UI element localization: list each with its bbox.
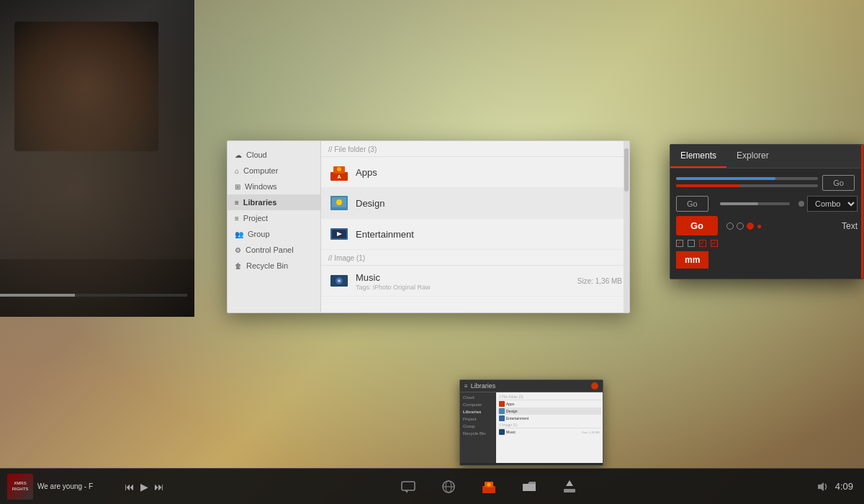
text-label: Text	[842, 221, 858, 231]
svg-marker-23	[818, 482, 824, 491]
tab-explorer[interactable]: Explorer	[726, 145, 779, 168]
go-button-outline-2[interactable]: Go	[676, 196, 708, 212]
mini-file-entertainment[interactable]: Entertainment	[498, 415, 601, 422]
elements-row-5: mm	[676, 251, 858, 269]
mini-sidebar-cloud[interactable]: Cloud	[460, 394, 496, 401]
svg-rect-13	[402, 482, 415, 490]
elements-tabs: Elements Explorer	[670, 145, 863, 168]
design-name: Design	[356, 198, 622, 209]
entertainment-name: Entertainment	[356, 229, 622, 240]
mini-main-content: // File folder (3) Apps Design Entertain…	[496, 392, 603, 463]
mini-ent-icon	[499, 415, 505, 421]
file-item-design[interactable]: Design	[321, 188, 629, 219]
mini-close-button[interactable]	[591, 382, 598, 390]
taskbar-app-icon[interactable]	[476, 474, 502, 500]
clock: 4:09	[835, 481, 853, 492]
sidebar-label-project: Project	[243, 214, 268, 222]
sidebar-item-control-panel[interactable]: ⚙ Control Panel	[228, 242, 320, 258]
mini-file-design[interactable]: Design	[498, 408, 601, 415]
mini-music-size: Size: 1.36 MB	[582, 431, 600, 434]
mm-button[interactable]: mm	[676, 251, 708, 269]
mini-music-icon	[499, 429, 505, 435]
radio-2[interactable]	[737, 222, 744, 230]
mini-sidebar-libraries[interactable]: Libraries	[460, 408, 496, 415]
svg-point-2	[337, 167, 341, 171]
elements-row-4	[676, 240, 858, 247]
music-tags: Tags: iPhoto Original Raw	[356, 284, 572, 291]
album-art: XMRS RIGHTS	[7, 474, 33, 500]
checkbox-1[interactable]	[676, 240, 683, 247]
track-name: We are young - F	[37, 482, 119, 490]
player-section: XMRS RIGHTS We are young - F ⏮ ▶ ⏭	[0, 474, 173, 500]
taskbar-globe-icon[interactable]	[436, 474, 462, 500]
album-label: XMRS RIGHTS	[7, 481, 33, 491]
sidebar-label-recycle-bin: Recycle Bin	[246, 261, 288, 270]
mini-file-apps[interactable]: Apps	[498, 400, 601, 408]
mini-window: ≡ Libraries Cloud Computer Libraries Pro…	[459, 379, 603, 466]
sidebar-item-windows[interactable]: ⊞ Windows	[228, 179, 320, 194]
volume-area	[816, 481, 828, 492]
file-item-apps[interactable]: A Apps	[321, 157, 629, 188]
checkbox-2[interactable]	[688, 240, 695, 247]
list-icon: ≡	[235, 199, 239, 207]
slider-gray-fill	[720, 202, 759, 205]
prev-button[interactable]: ⏮	[123, 480, 136, 494]
trash-icon: 🗑	[235, 262, 242, 270]
sidebar-item-recycle-bin[interactable]: 🗑 Recycle Bin	[228, 258, 320, 274]
tab-elements[interactable]: Elements	[670, 145, 726, 168]
elements-row-1: Go	[676, 174, 858, 192]
file-item-entertainment[interactable]: Entertainment	[321, 219, 629, 250]
mini-sidebar-recycle[interactable]: Recycle Bin	[460, 430, 496, 437]
mini-file-music[interactable]: Music Size: 1.36 MB	[498, 428, 601, 436]
mini-sidebar-project[interactable]: Project	[460, 415, 496, 423]
mini-design-label: Design	[506, 409, 518, 413]
scroll-thumb[interactable]	[624, 148, 629, 192]
slider-blue-fill	[676, 177, 775, 180]
grid-icon: ⊞	[235, 183, 240, 191]
go-button-outline-1[interactable]: Go	[822, 175, 855, 191]
next-button[interactable]: ⏭	[153, 480, 166, 494]
slider-red	[676, 184, 818, 187]
apps-name: Apps	[356, 167, 622, 178]
cloud-icon: ☁	[235, 151, 242, 159]
music-name: Music	[356, 272, 380, 283]
group-icon: 👥	[235, 230, 243, 238]
sidebar-label-cloud: Cloud	[246, 150, 267, 159]
go-button-red[interactable]: Go	[676, 216, 718, 235]
file-item-music[interactable]: Music Tags: iPhoto Original Raw Size: 1,…	[321, 266, 629, 297]
taskbar-right: 4:09	[806, 481, 864, 492]
scrollbar[interactable]	[624, 141, 629, 312]
sidebar-item-group[interactable]: 👥 Group	[228, 226, 320, 242]
combo-select[interactable]: Combo	[807, 196, 858, 212]
play-button[interactable]: ▶	[139, 480, 150, 494]
mini-music-label: Music	[506, 430, 516, 434]
sidebar-item-cloud[interactable]: ☁ Cloud	[228, 147, 320, 163]
radio-1[interactable]	[726, 222, 734, 230]
svg-point-20	[487, 482, 491, 486]
sidebar-item-computer[interactable]: ⌂ Computer	[228, 163, 320, 179]
mini-apps-label: Apps	[506, 402, 514, 406]
mini-sidebar-computer[interactable]: Computer	[460, 401, 496, 408]
svg-marker-14	[405, 490, 408, 493]
project-icon: ≡	[235, 215, 239, 222]
background-photo-left	[0, 0, 194, 317]
radio-3-checked[interactable]	[747, 222, 754, 230]
taskbar-folder-icon[interactable]	[516, 474, 542, 500]
sidebar-item-libraries[interactable]: ≡ Libraries	[228, 194, 320, 210]
checkbox-3[interactable]	[699, 240, 706, 247]
taskbar: XMRS RIGHTS We are young - F ⏮ ▶ ⏭	[0, 468, 864, 504]
slider-red-fill	[676, 184, 740, 187]
music-size: Size: 1,36 MB	[577, 277, 622, 285]
svg-marker-22	[566, 480, 573, 486]
red-accent-bar	[861, 145, 863, 279]
taskbar-upload-icon[interactable]	[557, 474, 582, 500]
radio-indicator: ●	[757, 221, 762, 231]
checkbox-4[interactable]	[711, 240, 718, 247]
file-browser-window: ☁ Cloud ⌂ Computer ⊞ Windows ≡ Libraries…	[227, 140, 630, 313]
sidebar-item-project[interactable]: ≡ Project	[228, 210, 320, 226]
taskbar-chat-icon[interactable]	[395, 474, 421, 500]
sidebar-label-computer: Computer	[243, 166, 278, 175]
taskbar-center	[173, 474, 806, 500]
mini-sidebar-group[interactable]: Group	[460, 423, 496, 430]
volume-icon	[816, 481, 828, 492]
